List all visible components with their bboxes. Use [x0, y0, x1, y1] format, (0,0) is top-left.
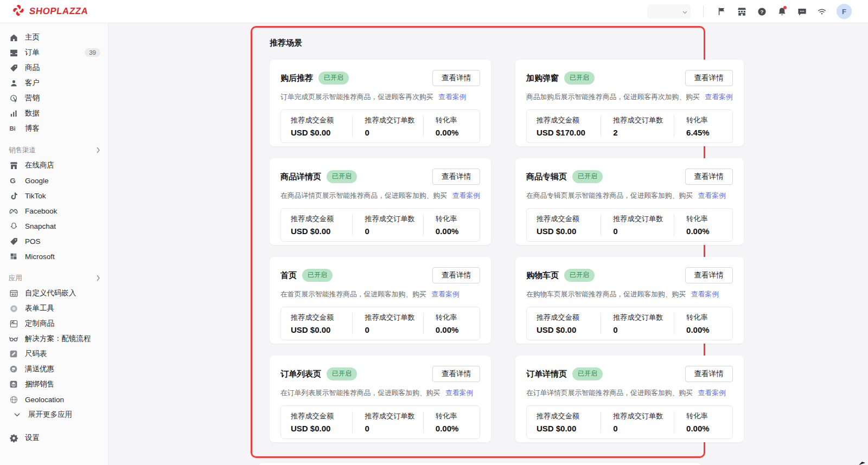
scenario-card-product-detail: 商品详情页 已开启 查看详情 在商品详情页展示智能推荐商品，促进顾客加购、购买 … [270, 158, 491, 245]
stats-box: 推荐成交金额USD $0.00 推荐成交订单数0 转化率0.00% [526, 307, 733, 340]
scenario-card-order-list: 订单列表页 已开启 查看详情 在订单列表展示智能推荐商品，促进顾客加购、购买 查… [270, 356, 491, 442]
layers-icon [9, 379, 18, 389]
store-selector[interactable] [647, 4, 691, 18]
view-case-link[interactable]: 查看案例 [705, 93, 732, 101]
storefront-icon[interactable] [736, 6, 747, 17]
blog-icon: Bi [9, 124, 18, 133]
brand-logo[interactable]: SHOPLAZZA [0, 4, 88, 19]
stats-box: 推荐成交金额USD $0.00 推荐成交订单数0 转化率0.00% [280, 109, 480, 143]
sidebar-item-label: 订单 [25, 48, 40, 57]
sidebar-item-home[interactable]: 主页 [0, 30, 108, 45]
stat-value-amount: USD $0.00 [291, 227, 352, 236]
stat-value-amount: USD $0.00 [291, 424, 352, 433]
scenario-card-order-detail: 订单详情页 已开启 查看详情 在订单详情页展示智能推荐商品，促进顾客加购、购买 … [515, 356, 744, 442]
sidebar-item-facebook[interactable]: Facebook [0, 203, 108, 218]
sidebar-item-google[interactable]: G Google [0, 173, 108, 188]
sidebar-item-label: Facebook [25, 207, 57, 215]
sidebar-item-promotion[interactable]: 满送优惠 [0, 361, 108, 377]
stats-box: 推荐成交金额USD $0.00 推荐成交订单数0 转化率0.00% [280, 405, 480, 439]
view-details-button[interactable]: 查看详情 [685, 169, 733, 185]
scenario-card-post-purchase: 购后推荐 已开启 查看详情 订单完成页展示智能推荐商品，促进顾客再次购买 查看案… [270, 60, 491, 146]
sidebar-item-size-chart[interactable]: 尺码表 [0, 346, 108, 361]
stat-value-orders: 0 [613, 325, 674, 334]
notifications-bell-icon[interactable] [776, 6, 787, 17]
sidebar-item-online-store[interactable]: 在线商店 [0, 158, 108, 173]
scenario-description: 在订单详情页展示智能推荐商品，促进顾客加购、购买 [526, 389, 693, 397]
sidebar-item-geolocation[interactable]: Geolocation [0, 392, 108, 407]
sidebar-item-label: 解决方案：配镜流程 [25, 334, 91, 344]
view-case-link[interactable]: 查看案例 [438, 93, 466, 101]
stat-value-amount: USD $0.00 [537, 325, 601, 334]
notification-dot [783, 6, 787, 9]
svg-text:?: ? [760, 8, 763, 14]
status-badge: 已开启 [572, 170, 603, 183]
sidebar-item-customers[interactable]: 客户 [0, 75, 108, 91]
stat-label-orders: 推荐成交订单数 [613, 313, 674, 322]
chevron-right-icon [96, 275, 100, 281]
view-case-link[interactable]: 查看案例 [698, 191, 726, 199]
stat-value-rate: 6.45% [686, 128, 732, 137]
stat-label-orders: 推荐成交订单数 [613, 115, 674, 125]
section-label: 应用 [9, 274, 22, 283]
sidebar-item-analytics[interactable]: 数据 [0, 106, 108, 121]
section-label: 销售渠道 [9, 146, 36, 155]
sidebar-item-marketing[interactable]: 营销 [0, 91, 108, 106]
sidebar-item-solution-glasses[interactable]: 解决方案：配镜流程 [0, 331, 108, 346]
sidebar-item-custom-code[interactable]: 自定义代码嵌入 [0, 286, 108, 301]
section-sales-channels[interactable]: 销售渠道 [0, 143, 108, 158]
sidebar-item-label: 在线商店 [25, 160, 54, 170]
sidebar-item-products[interactable]: 商品 [0, 60, 108, 75]
sidebar-item-form-tool[interactable]: 表单工具 [0, 301, 108, 316]
section-apps[interactable]: 应用 [0, 270, 108, 286]
view-details-button[interactable]: 查看详情 [432, 366, 480, 382]
stat-value-rate: 0.00% [686, 227, 732, 236]
sidebar-item-settings[interactable]: 设置 [0, 430, 108, 445]
view-case-link[interactable]: 查看案例 [445, 389, 473, 397]
scenario-card-cart-page: 购物车页 已开启 查看详情 在购物车页展示智能推荐商品，促进顾客加购、购买 查看… [515, 257, 744, 344]
view-case-link[interactable]: 查看案例 [452, 191, 480, 199]
meta-icon [9, 206, 18, 216]
sidebar-item-bundles[interactable]: 捆绑销售 [0, 377, 108, 392]
stat-value-amount: USD $0.00 [537, 227, 601, 236]
view-details-button[interactable]: 查看详情 [685, 366, 733, 382]
view-details-button[interactable]: 查看详情 [685, 70, 733, 86]
view-case-link[interactable]: 查看案例 [431, 290, 459, 298]
chat-icon[interactable] [796, 6, 807, 17]
stat-label-orders: 推荐成交订单数 [365, 411, 423, 421]
sidebar-item-label: POS [25, 237, 41, 246]
sidebar-item-snapchat[interactable]: Snapchat [0, 218, 108, 234]
tag-icon [9, 63, 18, 73]
sidebar-item-blog[interactable]: Bi 博客 [0, 121, 108, 136]
sidebar-item-pos[interactable]: POS [0, 234, 108, 249]
view-details-button[interactable]: 查看详情 [432, 70, 480, 86]
stat-label-amount: 推荐成交金额 [291, 214, 352, 224]
sidebar-item-label: 商品 [25, 63, 40, 73]
scenario-title: 加购弹窗 [526, 73, 559, 83]
sidebar-item-label: 客户 [25, 78, 40, 88]
stat-value-amount: USD $170.00 [537, 128, 601, 137]
view-details-button[interactable]: 查看详情 [432, 267, 480, 283]
sidebar-item-custom-products[interactable]: 定制商品 [0, 316, 108, 331]
stat-value-amount: USD $0.00 [291, 128, 352, 137]
view-case-link[interactable]: 查看案例 [698, 389, 726, 397]
chevron-down-icon [12, 410, 22, 419]
view-case-link[interactable]: 查看案例 [691, 290, 719, 298]
sidebar-item-label: Google [25, 177, 49, 185]
help-icon[interactable]: ? [756, 6, 767, 17]
highlighted-section: 推荐场景 购后推荐 已开启 查看详情 订单完成页展示智能推荐商品，促进顾客再次购… [251, 26, 705, 458]
wifi-icon[interactable] [816, 6, 827, 17]
view-details-button[interactable]: 查看详情 [432, 169, 480, 185]
avatar[interactable]: F [837, 4, 852, 19]
flag-icon[interactable] [716, 6, 727, 17]
status-badge: 已开启 [302, 269, 333, 282]
stat-value-amount: USD $0.00 [291, 325, 352, 334]
sidebar-item-tiktok[interactable]: TikTok [0, 188, 108, 203]
next-section-card-edge [259, 463, 701, 465]
scenario-description: 商品加购后展示智能推荐商品，促进顾客再次加购、购买 [526, 93, 700, 101]
sidebar-item-microsoft[interactable]: Microsoft [0, 249, 108, 264]
expand-more-apps[interactable]: 展开更多应用 [0, 407, 108, 422]
scenario-description: 订单完成页展示智能推荐商品，促进顾客再次购买 [280, 93, 433, 101]
stat-label-amount: 推荐成交金额 [537, 411, 601, 421]
sidebar-item-orders[interactable]: 订单 39 [0, 45, 108, 60]
view-details-button[interactable]: 查看详情 [685, 267, 733, 283]
